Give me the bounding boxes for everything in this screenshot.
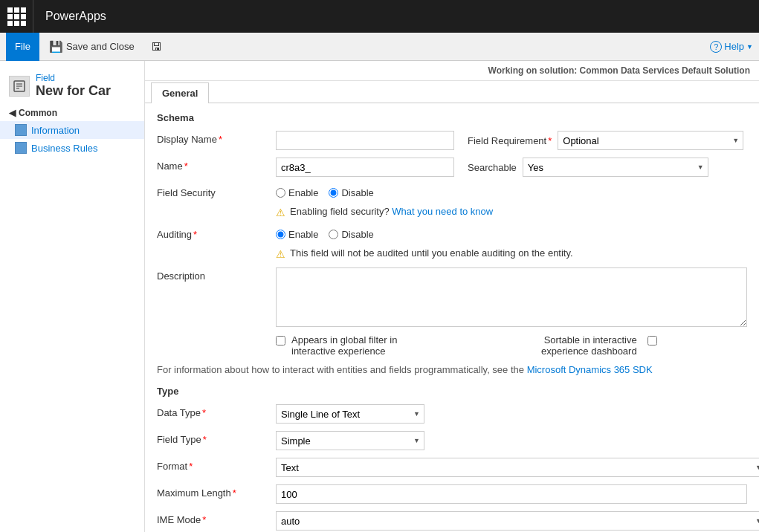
- description-textarea[interactable]: [276, 267, 747, 327]
- solution-bar: Working on solution: Common Data Service…: [145, 61, 759, 81]
- auditing-disable-radio[interactable]: [329, 230, 338, 239]
- warning-triangle-icon: ⚠: [276, 207, 285, 218]
- field-type-label: Field Type*: [157, 431, 276, 445]
- name-row: Name* Searchable Yes No: [157, 158, 747, 177]
- content-wrapper: Field New for Car ◀ Common Information B…: [0, 61, 759, 532]
- auditing-enable-radio[interactable]: [276, 230, 285, 239]
- entity-header: Field New for Car: [0, 67, 144, 102]
- field-security-enable-radio[interactable]: [276, 188, 285, 198]
- auditing-enable[interactable]: Enable: [276, 229, 318, 240]
- searchable-select[interactable]: Yes No: [523, 158, 708, 177]
- field-security-radio-group: Enable Disable: [276, 184, 374, 198]
- field-security-label: Field Security: [157, 184, 276, 198]
- help-button[interactable]: ? Help ▼: [710, 41, 753, 53]
- tab-general[interactable]: General: [151, 82, 209, 103]
- max-length-label: Maximum Length*: [157, 484, 276, 499]
- data-type-select[interactable]: Single Line of Text Whole Number Floatin…: [276, 404, 424, 424]
- max-length-input[interactable]: [276, 484, 747, 504]
- sidebar-item-information[interactable]: Information: [0, 121, 144, 139]
- name-label: Name*: [157, 158, 276, 172]
- searchable-label: Searchable: [468, 162, 517, 173]
- description-label: Description: [157, 267, 276, 327]
- ime-mode-select[interactable]: auto active inactive disabled: [276, 511, 759, 531]
- save-small-icon: 🖫: [151, 40, 162, 53]
- nav-business-rules-label: Business Rules: [31, 143, 98, 154]
- auditing-radio-group: Enable Disable: [276, 226, 374, 240]
- save-button[interactable]: 💾 Save and Close: [42, 36, 141, 57]
- field-requirement-label: Field Requirement*: [468, 135, 552, 146]
- display-name-row: Display Name* Field Requirement* Optiona…: [157, 131, 747, 150]
- sidebar-item-business-rules[interactable]: Business Rules: [0, 139, 144, 157]
- dynamics-sdk-link[interactable]: Microsoft Dynamics 365 SDK: [527, 364, 653, 375]
- auditing-warning-icon: ⚠: [276, 248, 285, 260]
- nav-business-rules-icon: [15, 142, 27, 154]
- auditing-label: Auditing*: [157, 226, 276, 240]
- top-bar: PowerApps: [0, 0, 759, 33]
- form-area: Schema Display Name* Field Requirement* …: [145, 103, 759, 532]
- nav-information-icon: [15, 124, 27, 136]
- ime-mode-row: IME Mode* auto active inactive disabled: [157, 511, 747, 531]
- field-security-disable-radio[interactable]: [329, 188, 338, 198]
- field-security-disable[interactable]: Disable: [329, 187, 373, 198]
- description-row: Description: [157, 267, 747, 327]
- save-icon-only-button[interactable]: 🖫: [144, 36, 169, 56]
- ime-mode-label: IME Mode*: [157, 511, 276, 525]
- tabs: General: [145, 82, 759, 103]
- max-length-row: Maximum Length*: [157, 484, 747, 504]
- format-row: Format* Text Email URL Ticker Symbol Pho…: [157, 458, 747, 477]
- auditing-row: Auditing* Enable Disable: [157, 226, 747, 240]
- entity-icon: [9, 76, 30, 97]
- auditing-disable[interactable]: Disable: [329, 229, 373, 240]
- waffle-button[interactable]: [0, 0, 33, 33]
- auditing-warning: ⚠ This field will not be audited until y…: [276, 247, 747, 260]
- global-filter-cell: Appears in global filter in interactive …: [276, 334, 482, 357]
- sortable-checkbox[interactable]: [647, 336, 657, 346]
- collapse-arrow-icon: ◀: [9, 108, 16, 118]
- common-section-header: ◀ Common: [0, 102, 144, 121]
- global-filter-checkbox[interactable]: [276, 336, 285, 346]
- field-type-select[interactable]: Simple Calculated Rollup: [276, 431, 424, 450]
- sortable-cell: Sortable in interactive experience dashb…: [541, 334, 747, 357]
- entity-label: Field: [36, 73, 111, 83]
- display-name-label: Display Name*: [157, 131, 276, 145]
- type-title: Type: [157, 386, 747, 397]
- common-label: Common: [19, 108, 57, 118]
- toolbar-left: File 💾 Save and Close 🖫: [6, 33, 169, 61]
- nav-information-label: Information: [31, 125, 80, 136]
- checkboxes-row: Appears in global filter in interactive …: [157, 334, 747, 357]
- format-select[interactable]: Text Email URL Ticker Symbol Phone: [276, 458, 759, 477]
- format-label: Format*: [157, 458, 276, 472]
- field-security-warning: ⚠ Enabling field security? What you need…: [276, 206, 747, 218]
- solution-text: Working on solution: Common Data Service…: [488, 65, 750, 76]
- data-type-label: Data Type*: [157, 404, 276, 418]
- auditing-warning-text: This field will not be audited until you…: [290, 247, 573, 259]
- field-type-row: Field Type* Simple Calculated Rollup: [157, 431, 747, 450]
- app-title: PowerApps: [33, 0, 118, 33]
- name-input[interactable]: [276, 158, 454, 177]
- main-content: Working on solution: Common Data Service…: [145, 61, 759, 532]
- data-type-row: Data Type* Single Line of Text Whole Num…: [157, 404, 747, 424]
- file-button[interactable]: File: [6, 33, 39, 61]
- help-chevron-icon: ▼: [746, 43, 753, 51]
- field-security-link[interactable]: What you need to know: [392, 206, 493, 217]
- entity-name: New for Car: [36, 83, 111, 99]
- save-label: Save and Close: [66, 41, 135, 52]
- schema-title: Schema: [157, 112, 747, 123]
- sidebar: Field New for Car ◀ Common Information B…: [0, 61, 145, 532]
- waffle-icon: [7, 7, 26, 26]
- info-link-row: For information about how to interact wi…: [157, 364, 747, 375]
- help-label: Help: [724, 41, 744, 52]
- field-requirement-select[interactable]: Optional Business Recommended Business R…: [558, 131, 743, 150]
- field-security-row: Field Security Enable Disable: [157, 184, 747, 198]
- toolbar: File 💾 Save and Close 🖫 ? Help ▼: [0, 33, 759, 61]
- display-name-input[interactable]: [276, 131, 454, 150]
- save-icon: 💾: [49, 40, 63, 53]
- help-circle-icon: ?: [710, 41, 722, 53]
- field-security-enable[interactable]: Enable: [276, 187, 318, 198]
